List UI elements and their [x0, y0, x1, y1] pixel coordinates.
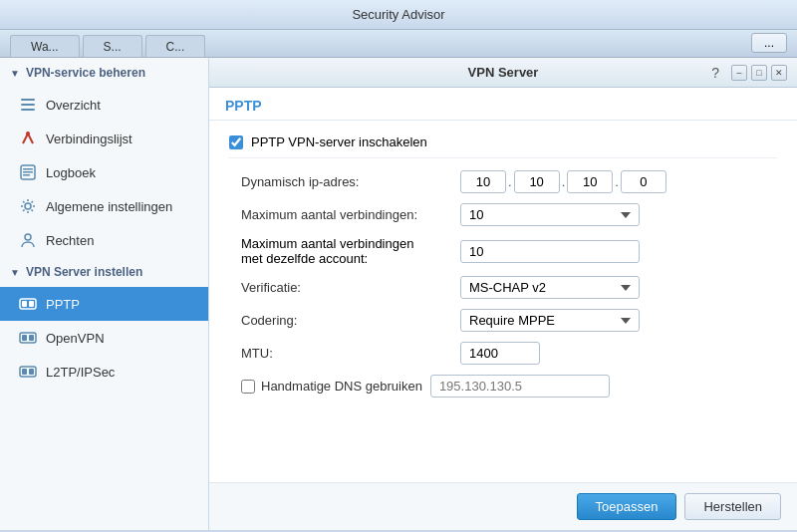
- mtu-label: MTU:: [241, 346, 460, 361]
- ip-octet-4[interactable]: [621, 170, 666, 193]
- dialog-title-bar: VPN Server ? – □ ✕: [209, 58, 797, 88]
- content-area: VPN Server ? – □ ✕ PPTP PPTP VPN-server …: [209, 58, 797, 530]
- ip-dot-1: .: [508, 174, 512, 189]
- max-connections-label: Maximum aantal verbindingen:: [241, 207, 460, 222]
- list-icon: [18, 95, 38, 115]
- codering-label: Codering:: [241, 313, 460, 328]
- minimize-button[interactable]: –: [731, 65, 747, 81]
- max-connections-select[interactable]: 10 20 50: [460, 203, 640, 226]
- dynamic-ip-label: Dynamisch ip-adres:: [241, 174, 460, 189]
- tab-c[interactable]: C...: [145, 35, 206, 57]
- svg-rect-6: [23, 171, 33, 173]
- svg-rect-1: [21, 104, 35, 106]
- ip-octet-1[interactable]: [460, 170, 506, 193]
- svg-rect-18: [29, 369, 34, 375]
- app-title: Security Advisor: [352, 7, 444, 22]
- sidebar: ▼ VPN-service beheren Overzicht: [0, 58, 209, 530]
- svg-rect-14: [22, 335, 27, 341]
- tab-wa[interactable]: Wa...: [10, 35, 80, 57]
- l2tp-icon: [18, 362, 38, 382]
- svg-rect-0: [21, 99, 35, 101]
- content-body: PPTP VPN-server inschakelen Dynamisch ip…: [209, 121, 797, 482]
- apply-button[interactable]: Toepassen: [577, 493, 677, 520]
- svg-rect-5: [23, 168, 33, 170]
- gear-icon: [18, 196, 38, 216]
- manual-dns-input[interactable]: [430, 375, 610, 398]
- log-icon: [18, 162, 38, 182]
- sidebar-item-pptp[interactable]: PPTP: [0, 287, 208, 321]
- svg-point-8: [25, 203, 31, 209]
- manual-dns-row: Handmatige DNS gebruiken: [241, 375, 777, 398]
- section-title: PPTP: [225, 98, 262, 114]
- sidebar-item-verbindingslijst[interactable]: Verbindingslijst: [0, 122, 208, 155]
- enable-pptp-label: PPTP VPN-server inschakelen: [251, 134, 427, 149]
- connection-icon: [18, 129, 38, 148]
- max-same-account-label: Maximum aantal verbindingenmet dezelfde …: [241, 236, 413, 266]
- mtu-input[interactable]: [460, 342, 540, 365]
- dialog-title: VPN Server: [219, 65, 787, 80]
- outer-window: Security Advisor Wa... S... C... ... ▼ V…: [0, 0, 797, 532]
- reset-button[interactable]: Herstellen: [684, 493, 781, 520]
- svg-rect-15: [29, 335, 34, 341]
- max-same-account-label-col: Maximum aantal verbindingenmet dezelfde …: [241, 236, 460, 266]
- sidebar-section-vpn-service[interactable]: ▼ VPN-service beheren: [0, 58, 208, 88]
- max-connections-row: Maximum aantal verbindingen: 10 20 50: [241, 203, 777, 226]
- svg-rect-2: [21, 109, 35, 111]
- ip-octet-3[interactable]: [567, 170, 613, 193]
- sidebar-item-l2tp[interactable]: L2TP/IPSec: [0, 355, 208, 389]
- ip-input-group: . . .: [460, 170, 666, 193]
- svg-rect-17: [22, 369, 27, 375]
- dynamic-ip-row: Dynamisch ip-adres: . . .: [241, 170, 777, 193]
- svg-point-9: [25, 234, 31, 240]
- app-tabs-bar: Wa... S... C... ...: [0, 30, 797, 58]
- window-controls: – □ ✕: [731, 65, 787, 81]
- enable-pptp-checkbox[interactable]: [229, 135, 243, 149]
- manual-dns-checkbox[interactable]: [241, 380, 255, 394]
- chevron-icon: ▼: [10, 68, 20, 79]
- sidebar-item-overzicht[interactable]: Overzicht: [0, 88, 208, 122]
- maximize-button[interactable]: □: [751, 65, 767, 81]
- sidebar-item-openvpn[interactable]: OpenVPN: [0, 321, 208, 355]
- sidebar-item-rechten[interactable]: Rechten: [0, 223, 208, 257]
- chevron-icon-2: ▼: [10, 267, 20, 278]
- close-button[interactable]: ✕: [771, 65, 787, 81]
- sidebar-item-logboek[interactable]: Logboek: [0, 155, 208, 189]
- main-layout: ▼ VPN-service beheren Overzicht: [0, 58, 797, 530]
- ip-dot-2: .: [562, 174, 566, 189]
- max-same-account-input[interactable]: [460, 240, 640, 263]
- verificatie-select[interactable]: MS-CHAP v2 MS-CHAP CHAP PAP: [460, 276, 640, 299]
- verificatie-row: Verificatie: MS-CHAP v2 MS-CHAP CHAP PAP: [241, 276, 777, 299]
- svg-point-3: [26, 132, 30, 135]
- content-header: PPTP: [209, 88, 797, 121]
- svg-rect-11: [22, 301, 27, 307]
- ip-octet-2[interactable]: [514, 170, 560, 193]
- form-fields: Dynamisch ip-adres: . . .: [229, 170, 777, 398]
- ip-dot-3: .: [615, 174, 619, 189]
- app-title-bar: Security Advisor: [0, 0, 797, 30]
- pptp-icon: [18, 294, 38, 314]
- content-footer: Toepassen Herstellen: [209, 482, 797, 530]
- mtu-row: MTU:: [241, 342, 777, 365]
- codering-select[interactable]: Require MPPE None: [460, 309, 640, 332]
- svg-rect-12: [29, 301, 34, 307]
- svg-rect-7: [23, 174, 30, 176]
- tab-s[interactable]: S...: [83, 35, 142, 57]
- help-icon[interactable]: ?: [711, 65, 719, 81]
- sidebar-section-vpn-instellen[interactable]: ▼ VPN Server instellen: [0, 257, 208, 287]
- manual-dns-label: Handmatige DNS gebruiken: [261, 379, 422, 394]
- openvpn-icon: [18, 328, 38, 348]
- user-icon: [18, 230, 38, 250]
- tab-action-button[interactable]: ...: [751, 33, 787, 53]
- max-same-account-row: Maximum aantal verbindingenmet dezelfde …: [241, 236, 777, 266]
- sidebar-item-algemene-instellingen[interactable]: Algemene instellingen: [0, 189, 208, 223]
- verificatie-label: Verificatie:: [241, 280, 460, 295]
- enable-pptp-row: PPTP VPN-server inschakelen: [229, 134, 777, 158]
- codering-row: Codering: Require MPPE None: [241, 309, 777, 332]
